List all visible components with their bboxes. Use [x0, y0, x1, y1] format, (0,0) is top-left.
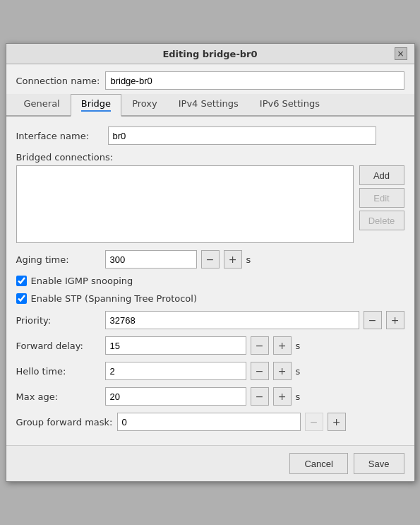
bridged-connections-list [16, 165, 354, 243]
group-forward-mask-row: Group forward mask: − + [16, 413, 404, 431]
hello-time-input[interactable] [105, 362, 246, 380]
title-bar: Editing bridge-br0 × [6, 44, 414, 64]
cancel-button[interactable]: Cancel [289, 453, 347, 474]
forward-delay-input[interactable] [105, 336, 246, 355]
tab-ipv6[interactable]: IPv6 Settings [249, 94, 330, 117]
aging-time-decrement[interactable]: − [201, 250, 220, 269]
tab-proxy[interactable]: Proxy [121, 94, 168, 117]
bridged-connections-body: Add Edit Delete [16, 165, 404, 243]
bridged-connections-label: Bridged connections: [16, 152, 404, 163]
tabs-bar: General Bridge Proxy IPv4 Settings IPv6 … [6, 94, 414, 117]
interface-name-input[interactable] [108, 126, 376, 145]
max-age-input[interactable] [105, 387, 246, 406]
connection-name-input[interactable] [105, 71, 404, 90]
stp-checkbox[interactable] [16, 293, 27, 304]
aging-time-unit: s [246, 254, 251, 265]
forward-delay-decrement[interactable]: − [251, 336, 269, 355]
hello-time-row: Hello time: − + s [16, 362, 404, 380]
connection-name-label: Connection name: [16, 76, 100, 86]
tab-bridge-underline [81, 110, 111, 112]
priority-increment[interactable]: + [386, 311, 404, 329]
priority-row: Priority: − + [16, 311, 404, 329]
igmp-snooping-checkbox[interactable] [16, 276, 27, 286]
aging-time-label: Aging time: [16, 254, 101, 265]
dialog-title: Editing bridge-br0 [26, 49, 395, 59]
forward-delay-row: Forward delay: − + s [16, 336, 404, 355]
interface-name-row: Interface name: [16, 126, 404, 145]
aging-time-input[interactable] [105, 250, 197, 269]
footer-buttons: Cancel Save [6, 445, 414, 481]
group-forward-mask-decrement[interactable]: − [305, 413, 323, 431]
bridged-connections-section: Bridged connections: Add Edit Delete [16, 152, 404, 243]
tab-bridge[interactable]: Bridge [71, 94, 121, 117]
group-forward-mask-input[interactable] [117, 413, 301, 431]
hello-time-label: Hello time: [16, 366, 101, 377]
edit-button[interactable]: Edit [359, 188, 404, 208]
max-age-decrement[interactable]: − [251, 387, 269, 406]
stp-label: Enable STP (Spanning Tree Protocol) [31, 293, 198, 304]
hello-time-unit: s [296, 366, 301, 377]
max-age-row: Max age: − + s [16, 387, 404, 406]
bridged-buttons: Add Edit Delete [359, 165, 404, 243]
max-age-increment[interactable]: + [273, 387, 292, 406]
hello-time-decrement[interactable]: − [251, 362, 269, 380]
forward-delay-increment[interactable]: + [273, 336, 292, 355]
dialog: Editing bridge-br0 × Connection name: Ge… [6, 43, 415, 482]
group-forward-mask-label: Group forward mask: [16, 417, 113, 427]
save-button[interactable]: Save [354, 453, 404, 474]
hello-time-increment[interactable]: + [273, 362, 292, 380]
add-button[interactable]: Add [359, 165, 404, 185]
stp-row: Enable STP (Spanning Tree Protocol) [16, 293, 404, 304]
delete-button[interactable]: Delete [359, 211, 404, 230]
interface-name-label: Interface name: [16, 131, 101, 141]
aging-time-increment[interactable]: + [224, 250, 242, 269]
connection-name-row: Connection name: [6, 64, 414, 94]
tab-content: Interface name: Bridged connections: Add… [6, 117, 414, 445]
tab-general[interactable]: General [13, 94, 71, 117]
igmp-snooping-label: Enable IGMP snooping [31, 276, 133, 286]
priority-label: Priority: [16, 315, 101, 326]
priority-decrement[interactable]: − [364, 311, 382, 329]
group-forward-mask-increment[interactable]: + [328, 413, 346, 431]
close-button[interactable]: × [395, 47, 407, 60]
max-age-unit: s [296, 391, 301, 402]
priority-input[interactable] [105, 311, 359, 329]
forward-delay-unit: s [296, 341, 301, 351]
aging-time-row: Aging time: − + s [16, 250, 404, 269]
igmp-snooping-row: Enable IGMP snooping [16, 276, 404, 286]
forward-delay-label: Forward delay: [16, 341, 101, 351]
tab-ipv4[interactable]: IPv4 Settings [168, 94, 249, 117]
max-age-label: Max age: [16, 391, 101, 402]
